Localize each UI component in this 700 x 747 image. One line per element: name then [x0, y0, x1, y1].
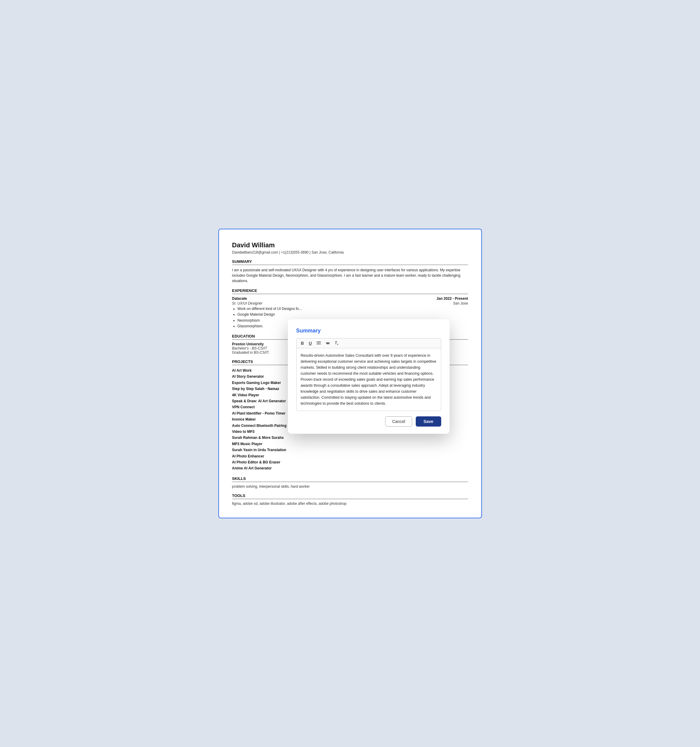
- project-item: Surah Yasin in Urdu Translation: [232, 447, 468, 453]
- bold-button[interactable]: B: [300, 340, 306, 346]
- experience-header: Datacate Jan 2022 - Present: [232, 296, 468, 301]
- modal-title: Summary: [296, 328, 441, 334]
- modal-footer: Cancel Save: [296, 416, 441, 426]
- project-item: MP3 Music Player: [232, 441, 468, 447]
- bullet-2: Google Material Design: [237, 312, 468, 318]
- resume-contact: Davidwilliam218@gmail.com | +1(213)555-3…: [232, 250, 468, 254]
- project-item: Surah Rahman & More Surahs: [232, 435, 468, 441]
- editor-toolbar: B U Tx: [296, 338, 441, 348]
- list-button[interactable]: [315, 340, 322, 346]
- section-tools-title: TOOLS: [232, 493, 468, 499]
- project-item: Anime AI Art Generator: [232, 465, 468, 471]
- editor-content-area[interactable]: Results-driven Automotive Sales Consulta…: [296, 348, 441, 411]
- resume-card: David William Davidwilliam218@gmail.com …: [218, 229, 482, 518]
- bullet-1: Work on different kind of UI Designs fo.…: [237, 306, 468, 312]
- list-icon: [317, 341, 321, 345]
- exp-company: Datacate: [232, 296, 247, 301]
- clear-format-button[interactable]: Tx: [333, 340, 340, 346]
- exp-date: Jan 2022 - Present: [436, 296, 468, 301]
- save-button[interactable]: Save: [416, 416, 441, 426]
- summary-text: I am a passionate and self-motivated UX/…: [232, 268, 468, 284]
- section-experience-title: EXPERIENCE: [232, 288, 468, 294]
- link-icon: [326, 342, 330, 345]
- project-item: AI Photo Editor & BG Eraser: [232, 459, 468, 465]
- svg-rect-2: [317, 344, 321, 345]
- tools-text: figma, adobe xd, adobe illustrator, adob…: [232, 502, 468, 506]
- cancel-button[interactable]: Cancel: [385, 416, 412, 426]
- resume-name: David William: [232, 241, 468, 249]
- svg-rect-0: [317, 342, 321, 342]
- underline-button[interactable]: U: [307, 340, 313, 346]
- exp-title: Sr. UX/UI Designer: [232, 301, 262, 305]
- svg-rect-1: [317, 343, 321, 343]
- outer-container: David William Davidwilliam218@gmail.com …: [207, 217, 494, 530]
- skills-text: problem solving, interpersonal skills, h…: [232, 484, 468, 488]
- section-summary-title: SUMMARY: [232, 259, 468, 265]
- summary-modal: Summary B U Tx: [288, 319, 450, 434]
- link-button[interactable]: [324, 340, 332, 346]
- section-skills-title: SKILLS: [232, 476, 468, 482]
- project-item: AI Photo Enhancer: [232, 453, 468, 459]
- exp-location: San Jose: [453, 301, 468, 306]
